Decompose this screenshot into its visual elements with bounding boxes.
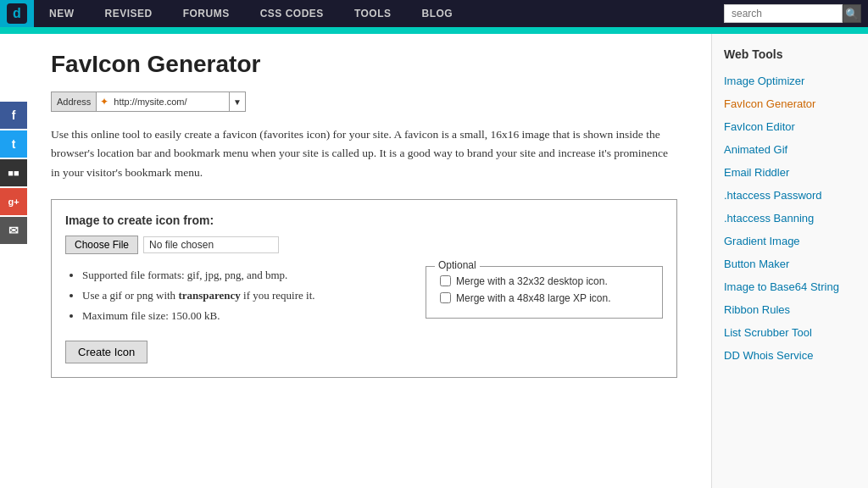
sidebar-link-dd-whois[interactable]: DD Whois Service xyxy=(712,344,868,367)
optional-legend: Optional xyxy=(435,259,480,271)
checkbox-32x32-label: Merge with a 32x32 desktop icon. xyxy=(456,275,608,287)
file-input-row: Choose File No file chosen xyxy=(65,236,663,254)
site-logo[interactable]: d xyxy=(0,0,34,27)
nav-item-blog[interactable]: BLOG xyxy=(407,0,469,27)
logo-letter: d xyxy=(7,3,27,24)
search-button[interactable]: 🔍 xyxy=(843,4,861,23)
main-wrapper: FavIcon Generator Address ✦ http://mysit… xyxy=(0,34,868,488)
search-input[interactable] xyxy=(724,4,843,23)
page-title: FavIcon Generator xyxy=(51,51,677,78)
sidebar-link-gradient-image[interactable]: Gradient Image xyxy=(712,230,868,252)
sidebar-link-animated-gif[interactable]: Animated Gif xyxy=(712,138,868,161)
sidebar-link-button-maker[interactable]: Button Maker xyxy=(712,252,868,275)
nav-links: NEW REVISED FORUMS CSS CODES TOOLS BLOG xyxy=(34,0,724,27)
list-item: Supported file formats: gif, jpg, png, a… xyxy=(82,266,409,285)
file-name-display: No file chosen xyxy=(143,236,279,253)
sidebar-link-htaccess-banning[interactable]: .htaccess Banning xyxy=(712,207,868,230)
sidebar-link-list-scrubber[interactable]: List Scrubber Tool xyxy=(712,321,868,344)
checkbox-row-1: Merge with a 32x32 desktop icon. xyxy=(440,275,648,287)
delicious-button[interactable]: ■■ xyxy=(0,159,27,186)
sidebar-link-email-riddler[interactable]: Email Riddler xyxy=(712,161,868,184)
sidebar-link-favicon-editor[interactable]: FavIcon Editor xyxy=(712,115,868,138)
social-sidebar: f t ■■ g+ ✉ xyxy=(0,102,27,246)
form-content-row: Supported file formats: gif, jpg, png, a… xyxy=(65,266,663,327)
address-dropdown[interactable]: ▼ xyxy=(229,92,245,111)
facebook-button[interactable]: f xyxy=(0,102,27,129)
address-icon: ✦ xyxy=(97,96,112,108)
nav-item-tools[interactable]: TOOLS xyxy=(339,0,407,27)
sidebar-title: Web Tools xyxy=(712,47,868,69)
bold-word: transparency xyxy=(178,289,240,302)
email-button[interactable]: ✉ xyxy=(0,217,27,244)
sidebar-link-favicon-generator[interactable]: FavIcon Generator xyxy=(712,92,868,115)
choose-file-button[interactable]: Choose File xyxy=(65,236,138,254)
description-text: Use this online tool to easily create a … xyxy=(51,125,677,182)
form-box: Image to create icon from: Choose File N… xyxy=(51,199,677,378)
nav-item-css-codes[interactable]: CSS CODES xyxy=(245,0,339,27)
address-label: Address xyxy=(52,92,97,111)
nav-item-revised[interactable]: REVISED xyxy=(90,0,168,27)
address-value: http://mysite.com/ xyxy=(112,97,229,107)
create-icon-button[interactable]: Create Icon xyxy=(65,341,147,363)
address-bar: Address ✦ http://mysite.com/ ▼ xyxy=(51,92,246,112)
sidebar: Web Tools Image Optimizer FavIcon Genera… xyxy=(711,34,868,488)
form-box-title: Image to create icon from: xyxy=(65,214,663,227)
twitter-button[interactable]: t xyxy=(0,130,27,158)
checkbox-48x48[interactable] xyxy=(440,292,451,303)
checkbox-row-2: Merge with a 48x48 large XP icon. xyxy=(440,292,648,304)
sidebar-link-image-base64[interactable]: Image to Base64 String xyxy=(712,275,868,298)
main-content: FavIcon Generator Address ✦ http://mysit… xyxy=(0,34,711,488)
google-plus-button[interactable]: g+ xyxy=(0,188,27,215)
nav-item-forums[interactable]: FORUMS xyxy=(168,0,245,27)
sidebar-link-ribbon-rules[interactable]: Ribbon Rules xyxy=(712,298,868,321)
sidebar-link-image-optimizer[interactable]: Image Optimizer xyxy=(712,69,868,92)
checkbox-32x32[interactable] xyxy=(440,275,451,286)
teal-accent-bar xyxy=(0,27,868,34)
list-item: Maximum file size: 150.00 kB. xyxy=(82,307,409,325)
search-area: 🔍 xyxy=(724,4,861,23)
bullet-list: Supported file formats: gif, jpg, png, a… xyxy=(65,266,409,327)
optional-box: Optional Merge with a 32x32 desktop icon… xyxy=(426,266,663,319)
list-item: Use a gif or png with transparency if yo… xyxy=(82,286,409,305)
nav-item-new[interactable]: NEW xyxy=(34,0,90,27)
top-navigation: d NEW REVISED FORUMS CSS CODES TOOLS BLO… xyxy=(0,0,868,27)
checkbox-48x48-label: Merge with a 48x48 large XP icon. xyxy=(456,292,611,304)
sidebar-link-htaccess-password[interactable]: .htaccess Password xyxy=(712,184,868,207)
